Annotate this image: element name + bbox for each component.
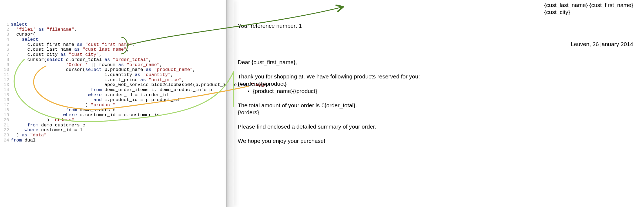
code-line: 8 cursor(select o.order_total as "order_… bbox=[0, 57, 226, 63]
code-cell: select bbox=[11, 37, 38, 42]
code-line: 9 'Order ' || rownum as "order_name", bbox=[0, 63, 226, 68]
code-line: 14 from demo_order_items i, demo_product… bbox=[0, 88, 226, 93]
code-cell: c.cust_last_name as "cust_last_name", bbox=[11, 47, 129, 52]
letter-date: Leuven, 26 january 2014 bbox=[571, 41, 633, 47]
closing-text: We hope you enjoy your purchase! bbox=[238, 137, 633, 145]
code-cell: c.cust_city as "cust_city", bbox=[11, 52, 102, 57]
code-line: 11 i.quantity as "quantity", bbox=[0, 73, 226, 78]
code-line: 24from dual bbox=[0, 138, 226, 143]
code-cell: from demo_order_items i, demo_product_in… bbox=[11, 88, 212, 93]
order-total-line: The total amount of your order is €{orde… bbox=[238, 102, 633, 109]
orders-open-tag: {#orders}{#product} bbox=[238, 80, 633, 88]
enclosed-text: Please find enclosed a detailed summary … bbox=[238, 123, 633, 130]
code-line: 1select bbox=[0, 22, 226, 27]
line-number: 10 bbox=[0, 67, 11, 73]
code-line: 22 where customer_id = 1 bbox=[0, 128, 226, 133]
code-line: 7 c.cust_city as "cust_city", bbox=[0, 52, 226, 57]
code-cell: select bbox=[11, 22, 27, 27]
code-cell: where customer_id = 1 bbox=[11, 128, 82, 133]
code-cell: i.unit_price as "unit_price", bbox=[11, 78, 185, 83]
code-line: 15 where o.order_id = i.order_id bbox=[0, 93, 226, 98]
sql-editor: 1select2 'file1' as "filename",3 cursor(… bbox=[0, 22, 226, 143]
line-number: 11 bbox=[0, 73, 11, 78]
code-line: 18 from demo_orders o bbox=[0, 108, 226, 113]
code-cell: 'file1' as "filename", bbox=[11, 27, 77, 32]
code-cell: c.cust_first_name as "cust_first_name", bbox=[11, 42, 135, 47]
line-number: 21 bbox=[0, 123, 11, 128]
code-cell: ) "product" bbox=[11, 103, 116, 108]
line-number: 18 bbox=[0, 108, 11, 113]
line-number: 14 bbox=[0, 88, 11, 93]
code-cell: where o.order_id = i.order_id bbox=[11, 93, 168, 98]
line-number: 24 bbox=[0, 138, 11, 143]
line-number: 15 bbox=[0, 93, 11, 98]
reference-number: Your reference number: 1 bbox=[238, 23, 302, 29]
greeting: Dear {cust_first_name}, bbox=[238, 59, 633, 66]
line-number: 8 bbox=[0, 57, 11, 63]
line-number: 16 bbox=[0, 98, 11, 103]
code-line: 23 ) as "data" bbox=[0, 133, 226, 138]
code-cell: and i.product_id = p.product_id bbox=[11, 98, 179, 103]
intro-text: Thank you for shopping at. We have follo… bbox=[238, 73, 633, 80]
code-line: 6 c.cust_last_name as "cust_last_name", bbox=[0, 47, 226, 52]
letter-body: Dear {cust_first_name}, Thank you for sh… bbox=[238, 59, 633, 152]
code-line: 5 c.cust_first_name as "cust_first_name"… bbox=[0, 42, 226, 47]
line-number: 19 bbox=[0, 113, 11, 118]
code-line: 21 from demo_customers c bbox=[0, 123, 226, 128]
line-number: 2 bbox=[0, 27, 11, 32]
line-number: 3 bbox=[0, 32, 11, 37]
code-line: 19 where c.customer_id = o.customer_id bbox=[0, 113, 226, 118]
code-cell: i.quantity as "quantity", bbox=[11, 73, 173, 78]
address-block: {cust_last_name} {cust_first_name} {cust… bbox=[544, 2, 633, 16]
line-number: 4 bbox=[0, 37, 11, 42]
product-list: {product_name}{/product} bbox=[238, 88, 633, 95]
code-line: 17 ) "product" bbox=[0, 103, 226, 108]
code-cell: ) "orders" bbox=[11, 118, 74, 123]
code-cell: ) as "data" bbox=[11, 133, 47, 138]
line-number: 7 bbox=[0, 52, 11, 57]
code-line: 3 cursor( bbox=[0, 32, 226, 37]
code-cell: 'Order ' || rownum as "order_name", bbox=[11, 63, 162, 68]
template-document: {cust_last_name} {cust_first_name} {cust… bbox=[236, 0, 644, 207]
code-cell: from dual bbox=[11, 138, 36, 143]
line-number: 9 bbox=[0, 63, 11, 68]
orders-close-tag: {/orders} bbox=[238, 109, 633, 116]
line-number: 17 bbox=[0, 103, 11, 108]
line-number: 22 bbox=[0, 128, 11, 133]
line-number: 12 bbox=[0, 78, 11, 83]
line-number: 13 bbox=[0, 82, 11, 88]
code-line: 20 ) "orders" bbox=[0, 118, 226, 123]
code-line: 2 'file1' as "filename", bbox=[0, 27, 226, 32]
code-cell: cursor(select p.product_name as "product… bbox=[11, 67, 196, 73]
code-line: 12 i.unit_price as "unit_price", bbox=[0, 78, 226, 83]
line-number: 1 bbox=[0, 22, 11, 27]
addr-line-2: {cust_city} bbox=[544, 9, 633, 16]
code-cell: cursor(select o.order_total as "order_to… bbox=[11, 57, 151, 63]
line-number: 23 bbox=[0, 133, 11, 138]
addr-line-1: {cust_last_name} {cust_first_name} bbox=[544, 2, 633, 9]
line-number: 6 bbox=[0, 47, 11, 52]
code-line: 10 cursor(select p.product_name as "prod… bbox=[0, 67, 226, 73]
pane-divider bbox=[226, 0, 234, 207]
code-cell: from demo_customers c bbox=[11, 123, 85, 128]
code-line: 16 and i.product_id = p.product_id bbox=[0, 98, 226, 103]
code-cell: where c.customer_id = o.customer_id bbox=[11, 113, 160, 118]
product-list-item: {product_name}{/product} bbox=[253, 88, 633, 95]
code-cell: from demo_orders o bbox=[11, 108, 116, 113]
line-number: 20 bbox=[0, 118, 11, 123]
line-number: 5 bbox=[0, 42, 11, 47]
code-cell: cursor( bbox=[11, 32, 36, 37]
code-line: 13 apex_web_service.blob2clobbase64(p.pr… bbox=[0, 82, 226, 88]
code-line: 4 select bbox=[0, 37, 226, 42]
